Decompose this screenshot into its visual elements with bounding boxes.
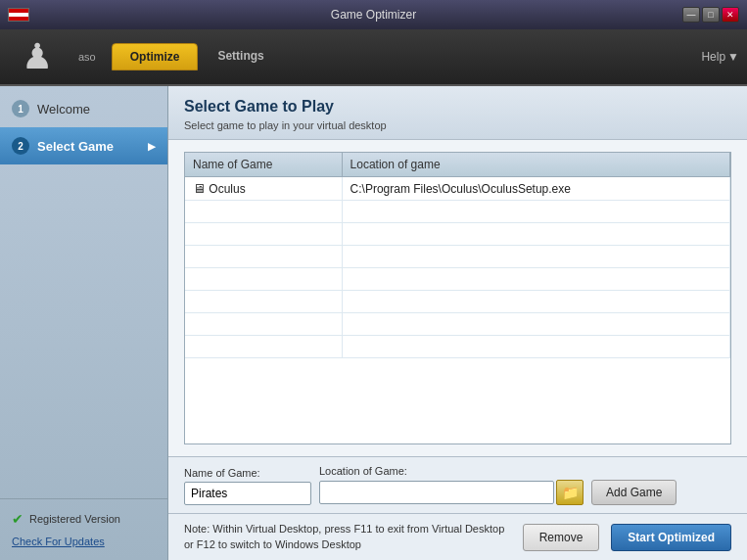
col-name: Name of Game xyxy=(185,153,342,177)
table-row-empty-7[interactable] xyxy=(185,336,730,358)
table-row-empty-5[interactable] xyxy=(185,291,730,313)
window-controls: — □ ✕ xyxy=(682,7,739,23)
browse-button[interactable]: 📁 xyxy=(556,480,584,505)
start-optimized-button[interactable]: Start Optimized xyxy=(611,524,731,551)
game-location-input[interactable] xyxy=(319,481,554,504)
page-subtitle: Select game to play in your virtual desk… xyxy=(184,119,731,131)
content-area: Select Game to Play Select game to play … xyxy=(168,86,747,560)
sidebar-item-select-game-label: Select Game xyxy=(37,139,114,154)
tab-settings[interactable]: Settings xyxy=(200,43,281,70)
sidebar-item-welcome-label: Welcome xyxy=(37,102,90,117)
main-layout: 1 Welcome 2 Select Game ▶ ✔ Registered V… xyxy=(0,86,747,560)
location-label: Location of Game: xyxy=(319,465,584,477)
flag-icon xyxy=(8,8,29,22)
app-logo: ♟ xyxy=(8,32,67,81)
content-header: Select Game to Play Select game to play … xyxy=(168,86,747,140)
maximize-button[interactable]: □ xyxy=(702,7,720,23)
window-title: Game Optimizer xyxy=(331,8,416,22)
page-title: Select Game to Play xyxy=(184,98,731,116)
name-form-group: Name of Game: xyxy=(184,467,311,505)
registered-section: ✔ Registered Version Check For Updates xyxy=(0,498,167,560)
table-row-empty-1[interactable] xyxy=(185,201,730,223)
table-row-empty-3[interactable] xyxy=(185,246,730,268)
sidebar: 1 Welcome 2 Select Game ▶ ✔ Registered V… xyxy=(0,86,168,560)
game-table-container: Name of Game Location of game 🖥 Oculus C… xyxy=(184,152,731,444)
game-table-body: 🖥 Oculus C:\Program Files\Oculus\OculusS… xyxy=(185,177,730,358)
game-table: Name of Game Location of game 🖥 Oculus C… xyxy=(185,153,730,358)
chevron-down-icon: ▼ xyxy=(727,50,739,64)
sidebar-item-welcome[interactable]: 1 Welcome xyxy=(0,90,167,127)
check-updates-link[interactable]: Check For Updates xyxy=(12,536,105,547)
help-button[interactable]: Help ▼ xyxy=(701,50,739,64)
registered-label: ✔ Registered Version xyxy=(12,511,156,527)
sidebar-arrow-icon: ▶ xyxy=(148,141,156,152)
app-header: ♟ aso Optimize Settings Help ▼ xyxy=(0,29,747,86)
col-location: Location of game xyxy=(342,153,729,177)
bottom-bar: Note: Within Virtual Desktop, press F11 … xyxy=(168,513,747,560)
step-badge-2: 2 xyxy=(12,137,29,155)
title-bar: Game Optimizer — □ ✕ xyxy=(0,0,747,29)
check-circle-icon: ✔ xyxy=(12,511,23,527)
table-header-row: Name of Game Location of game xyxy=(185,153,730,177)
folder-icon: 📁 xyxy=(562,485,579,500)
table-row[interactable]: 🖥 Oculus C:\Program Files\Oculus\OculusS… xyxy=(185,177,730,201)
game-name-input[interactable] xyxy=(184,482,311,505)
add-game-form: Name of Game: Location of Game: 📁 Add Ga… xyxy=(168,456,747,513)
nav-tabs: Optimize Settings xyxy=(112,43,282,70)
table-row-empty-4[interactable] xyxy=(185,268,730,291)
step-badge-1: 1 xyxy=(12,100,29,117)
sidebar-item-select-game[interactable]: 2 Select Game ▶ xyxy=(0,127,167,164)
minimize-button[interactable]: — xyxy=(682,7,700,23)
close-button[interactable]: ✕ xyxy=(722,7,739,23)
remove-button[interactable]: Remove xyxy=(523,524,600,551)
tab-optimize[interactable]: Optimize xyxy=(112,43,199,70)
aso-label: aso xyxy=(78,51,96,63)
table-row-empty-6[interactable] xyxy=(185,313,730,336)
name-label: Name of Game: xyxy=(184,467,311,479)
location-form-group: Location of Game: 📁 xyxy=(319,465,584,505)
table-row-empty-2[interactable] xyxy=(185,223,730,246)
chess-icon: ♟ xyxy=(22,36,53,77)
note-text: Note: Within Virtual Desktop, press F11 … xyxy=(184,522,511,552)
game-location-cell: C:\Program Files\Oculus\OculusSetup.exe xyxy=(342,177,729,201)
game-name-cell: 🖥 Oculus xyxy=(185,177,342,201)
game-icon: 🖥 xyxy=(193,181,206,196)
add-game-button[interactable]: Add Game xyxy=(591,480,677,505)
